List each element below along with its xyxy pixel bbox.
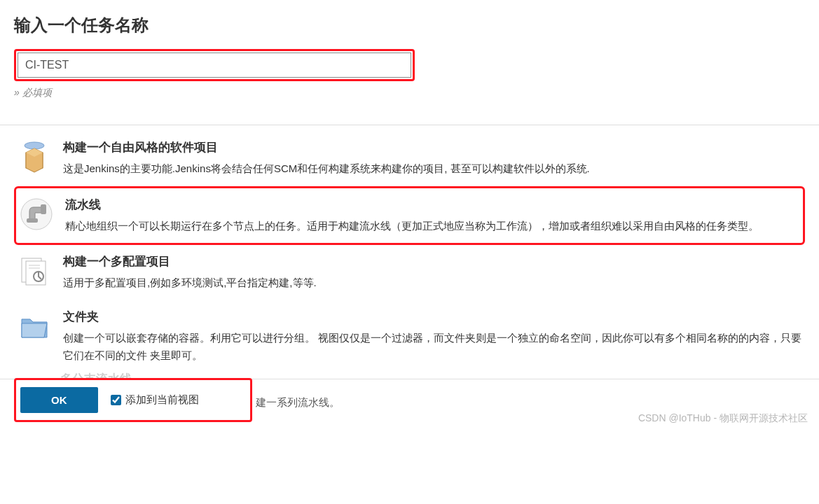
multibranch-desc-trail: 建一系列流水线。 [256,396,340,410]
option-multi-config-title: 构建一个多配置项目 [63,253,802,270]
option-multi-config[interactable]: 构建一个多配置项目 适用于多配置项目,例如多环境测试,平台指定构建,等等. [14,245,805,300]
papers-icon [17,253,52,288]
svg-rect-4 [41,204,46,214]
pipe-icon [19,197,54,232]
required-hint: » 必填项 [14,87,805,99]
box-icon [17,139,52,174]
svg-rect-3 [27,218,38,223]
name-input-highlight [14,49,415,81]
task-name-input[interactable] [18,52,411,78]
option-freestyle[interactable]: 构建一个自由风格的软件项目 这是Jenkins的主要功能.Jenkins将会结合… [14,131,805,186]
option-folder-desc: 创建一个可以嵌套存储的容器。利用它可以进行分组。 视图仅仅是一个过滤器，而文件夹… [63,329,802,365]
option-pipeline-title: 流水线 [65,197,800,213]
page-title: 输入一个任务名称 [14,14,805,36]
folder-icon [17,309,52,344]
add-to-view-label: 添加到当前视图 [125,393,199,407]
ok-button[interactable]: OK [20,387,98,413]
option-freestyle-title: 构建一个自由风格的软件项目 [63,139,802,155]
watermark: CSDN @IoTHub - 物联网开源技术社区 [638,412,808,425]
add-to-view-checkbox[interactable] [111,395,121,405]
option-folder-title: 文件夹 [63,309,802,325]
option-folder[interactable]: 文件夹 创建一个可以嵌套存储的容器。利用它可以进行分组。 视图仅仅是一个过滤器，… [14,300,805,373]
option-pipeline-desc: 精心地组织一个可以长期运行在多个节点上的任务。适用于构建流水线（更加正式地应当称… [65,217,800,235]
option-freestyle-desc: 这是Jenkins的主要功能.Jenkins将会结合任何SCM和任何构建系统来构… [63,160,802,178]
option-multi-config-desc: 适用于多配置项目,例如多环境测试,平台指定构建,等等. [63,274,802,292]
option-pipeline[interactable]: 流水线 精心地组织一个可以长期运行在多个节点上的任务。适用于构建流水线（更加正式… [14,186,805,246]
svg-point-2 [21,199,52,230]
